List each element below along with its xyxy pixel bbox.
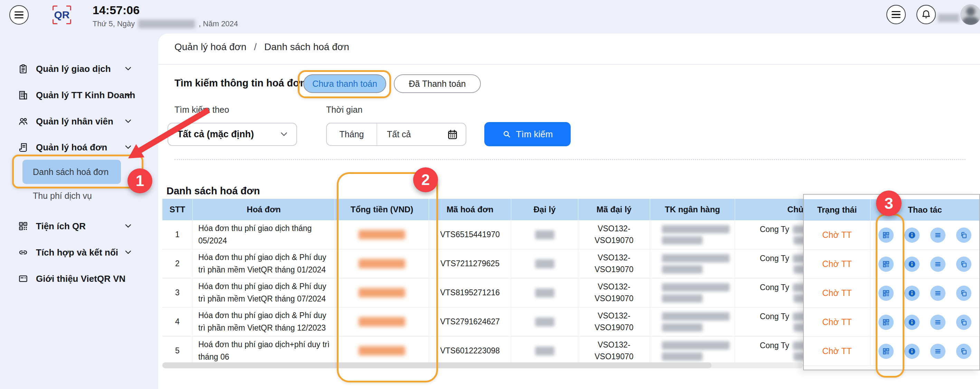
copy-icon bbox=[960, 319, 967, 326]
table-header-row: STT Hoá đơn Tổng tiền (VND) Mã hoá đơn Đ… bbox=[162, 199, 869, 220]
time-unit-select[interactable]: Tháng bbox=[327, 123, 377, 145]
sidebar-item-qr-utilities[interactable]: Tiện ích QR bbox=[0, 217, 158, 236]
menu-button[interactable] bbox=[886, 5, 906, 24]
sidebar-toggle-button[interactable] bbox=[10, 5, 29, 24]
cell-amount bbox=[335, 278, 429, 308]
info-icon bbox=[908, 231, 916, 239]
qr-action-button[interactable] bbox=[878, 344, 894, 359]
info-action-button[interactable] bbox=[904, 257, 920, 272]
agent-redacted bbox=[535, 317, 554, 327]
qr-icon bbox=[882, 319, 890, 326]
cell-stt: 5 bbox=[162, 336, 193, 365]
qr-action-button[interactable] bbox=[878, 228, 894, 243]
cell-invoice-code: VTS6012223098 bbox=[429, 336, 511, 365]
cell-invoice-code: VTS2791624627 bbox=[429, 308, 511, 336]
info-action-button[interactable] bbox=[904, 315, 920, 330]
sidebar-subitem-label: Thu phí dịch vụ bbox=[33, 191, 92, 201]
sidebar-item-integration[interactable]: Tích hợp và kết nối bbox=[0, 243, 158, 262]
table-row[interactable]: 4 Hóa đơn thu phí giao dịch & Phí duy tr… bbox=[162, 308, 869, 336]
cell-amount bbox=[335, 220, 429, 249]
sidebar-item-label: Quản lý TT Kinh Doanh bbox=[36, 90, 135, 100]
scrollbar-thumb[interactable] bbox=[162, 362, 711, 368]
copy-action-button[interactable] bbox=[956, 228, 971, 243]
table-row[interactable]: 2 Hóa đơn thu phí giao dịch & Phí duy tr… bbox=[162, 249, 869, 278]
pinned-row: Chờ TT bbox=[804, 337, 979, 366]
list-icon bbox=[934, 231, 942, 239]
breadcrumb-level1[interactable]: Quản lý hoá đơn bbox=[175, 41, 246, 53]
cell-agent bbox=[511, 249, 578, 278]
account-redacted bbox=[662, 254, 730, 263]
sidebar-item-invoices[interactable]: Quản lý hoá đơn bbox=[0, 138, 158, 157]
sidebar-item-business[interactable]: Quản lý TT Kinh Doanh bbox=[0, 85, 158, 105]
pinned-columns-panel: Trạng thái Thao tác Chờ TT Chờ TT Chờ TT bbox=[803, 194, 980, 370]
tab-paid[interactable]: Đã Thanh toán bbox=[394, 74, 481, 93]
sidebar-item-staff[interactable]: Quản lý nhân viên bbox=[0, 112, 158, 131]
pinned-row: Chờ TT bbox=[804, 250, 979, 279]
detail-list-action-button[interactable] bbox=[930, 344, 945, 359]
account-redacted bbox=[662, 225, 730, 233]
cell-amount bbox=[335, 249, 429, 278]
detail-list-action-button[interactable] bbox=[930, 315, 945, 330]
info-action-button[interactable] bbox=[904, 344, 920, 359]
table-row[interactable]: 3 Hóa đơn thu phí giao dịch & Phí duy tr… bbox=[162, 278, 869, 308]
breadcrumb-separator: / bbox=[254, 41, 257, 53]
invoice-table: STT Hoá đơn Tổng tiền (VND) Mã hoá đơn Đ… bbox=[162, 199, 869, 365]
qr-action-button[interactable] bbox=[878, 315, 894, 330]
column-header-actions: Thao tác bbox=[870, 199, 979, 221]
detail-list-action-button[interactable] bbox=[930, 257, 945, 272]
cell-invoice-name: Hóa đơn thu phí giao dịch tháng 05/2024 bbox=[193, 220, 335, 249]
copy-action-button[interactable] bbox=[956, 315, 971, 330]
column-header-amount: Tổng tiền (VND) bbox=[335, 199, 429, 220]
copy-icon bbox=[960, 348, 967, 355]
qr-action-button[interactable] bbox=[878, 257, 894, 272]
cell-bank-account bbox=[650, 278, 735, 308]
clock-time: 14:57:06 bbox=[92, 3, 140, 17]
sidebar-item-about[interactable]: Giới thiệu VietQR VN bbox=[0, 269, 158, 289]
account-redacted bbox=[662, 312, 730, 320]
cell-invoice-name: Hóa đơn thu phí giao dịch & Phí duy trì … bbox=[193, 249, 335, 278]
info-icon bbox=[908, 318, 916, 327]
cell-agent bbox=[511, 220, 578, 249]
annotation-step-1: 1 bbox=[127, 168, 152, 193]
qr-action-button[interactable] bbox=[878, 285, 894, 301]
detail-list-action-button[interactable] bbox=[930, 228, 945, 243]
chevron-down-icon bbox=[125, 66, 131, 72]
detail-list-action-button[interactable] bbox=[930, 285, 945, 301]
status-badge: Chờ TT bbox=[804, 308, 870, 336]
column-header-agent-code: Mã đại lý bbox=[578, 199, 650, 220]
column-header-status: Trạng thái bbox=[804, 199, 870, 221]
status-badge: Chờ TT bbox=[804, 221, 870, 249]
status-badge: Chờ TT bbox=[804, 279, 870, 308]
amount-redacted bbox=[359, 346, 405, 356]
sidebar-subitem-service-fee[interactable]: Thu phí dịch vụ bbox=[33, 186, 130, 206]
copy-icon bbox=[960, 231, 967, 239]
info-action-button[interactable] bbox=[904, 285, 920, 301]
tab-unpaid[interactable]: Chưa thanh toán bbox=[303, 74, 386, 93]
cell-agent bbox=[511, 336, 578, 365]
table-row[interactable]: 1 Hóa đơn thu phí giao dịch tháng 05/202… bbox=[162, 220, 869, 249]
sidebar-item-transactions[interactable]: Quản lý giao dịch bbox=[0, 59, 158, 78]
time-range-input[interactable]: Tháng Tất cả bbox=[326, 123, 466, 146]
horizontal-scrollbar[interactable] bbox=[162, 362, 803, 368]
filter-by-select[interactable]: Tất cả (mặc định) bbox=[167, 123, 297, 146]
avatar[interactable] bbox=[960, 4, 980, 25]
status-badge: Chờ TT bbox=[804, 250, 870, 278]
table-row[interactable]: 5 Hoá đơn thu phí giao dịch+phí duy trì … bbox=[162, 336, 869, 365]
cell-agent-code: VSO132-VSO19070 bbox=[578, 278, 650, 308]
copy-action-button[interactable] bbox=[956, 257, 971, 272]
bank-redacted bbox=[662, 323, 703, 332]
cell-invoice-name: Hoá đơn thu phí giao dịch+phí duy trì th… bbox=[193, 336, 335, 365]
notifications-button[interactable] bbox=[916, 5, 936, 24]
agent-redacted bbox=[535, 346, 554, 356]
breadcrumb-level2[interactable]: Danh sách hoá đơn bbox=[264, 41, 349, 53]
bell-icon bbox=[921, 10, 931, 20]
copy-icon bbox=[960, 260, 967, 268]
calendar-icon[interactable] bbox=[447, 129, 458, 140]
cell-bank-account bbox=[650, 336, 735, 365]
search-button[interactable]: Tìm kiếm bbox=[484, 122, 571, 146]
sidebar-subitem-invoice-list[interactable]: Danh sách hoá đơn bbox=[22, 160, 121, 184]
date-prefix: Thứ 5, Ngày bbox=[92, 19, 135, 28]
copy-action-button[interactable] bbox=[956, 285, 971, 301]
copy-action-button[interactable] bbox=[956, 344, 971, 359]
info-action-button[interactable] bbox=[904, 228, 920, 243]
